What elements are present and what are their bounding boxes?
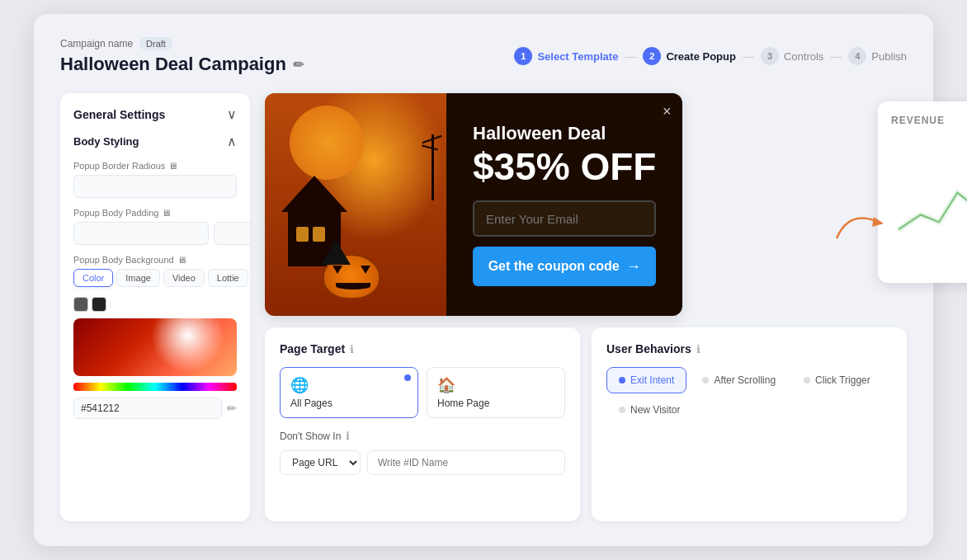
steps-nav: 1 Select Template — 2 Create Popup — 3 C… <box>514 47 907 65</box>
all-pages-tab[interactable]: 🌐 All Pages <box>280 367 418 418</box>
new-visitor-label: New Visitor <box>630 404 680 416</box>
popup-left-image <box>265 93 446 316</box>
arrow-decoration <box>833 205 890 250</box>
all-pages-label: All Pages <box>290 398 333 409</box>
padding-input-2[interactable] <box>214 222 250 245</box>
campaign-title: Halloween Deal Campaign ✏ <box>60 54 514 75</box>
step-4[interactable]: 4 Publish <box>848 47 907 65</box>
exit-intent-tab[interactable]: Exit Intent <box>606 367 686 393</box>
revenue-chart <box>891 134 967 258</box>
border-radius-input[interactable] <box>73 175 237 198</box>
body-styling-chevron[interactable]: ∧ <box>227 134 237 149</box>
swatch-dark[interactable] <box>73 297 88 312</box>
all-pages-dot <box>404 374 411 381</box>
home-page-label: Home Page <box>437 398 489 409</box>
after-scrolling-tab[interactable]: After Scrolling <box>690 367 788 393</box>
monitor-icon-1: 🖥 <box>168 161 177 171</box>
page-target-info-icon: ℹ <box>350 343 354 355</box>
header: Campaign name Draft Halloween Deal Campa… <box>60 37 907 75</box>
step-3-label: Controls <box>784 50 823 63</box>
revenue-card: REVENUE <box>878 101 967 283</box>
step-1[interactable]: 1 Select Template <box>514 47 618 65</box>
home-page-tab[interactable]: 🏠 Home Page <box>427 367 565 418</box>
hex-input[interactable] <box>73 398 222 419</box>
body-styling-title: Body Styling <box>73 135 139 148</box>
step-2[interactable]: 2 Create Popup <box>643 47 736 65</box>
campaign-info: Campaign name Draft Halloween Deal Campa… <box>60 37 514 75</box>
hex-edit-icon[interactable]: ✏ <box>227 402 237 415</box>
exit-intent-label: Exit Intent <box>630 374 674 386</box>
popup-email-input[interactable] <box>473 200 656 237</box>
tab-video[interactable]: Video <box>163 269 205 287</box>
general-settings-chevron[interactable]: ∨ <box>227 106 237 122</box>
step-1-label: Select Template <box>537 50 618 63</box>
edit-icon[interactable]: ✏ <box>293 57 304 73</box>
bg-tab-group: Color Image Video Lottie <box>73 269 237 287</box>
window-1 <box>296 227 309 242</box>
step-3[interactable]: 3 Controls <box>761 47 823 65</box>
page-target-card: Page Target ℹ 🌐 All Pages 🏠 Home Page <box>265 327 580 521</box>
page-target-title-row: Page Target ℹ <box>280 342 565 355</box>
monitor-icon-2: 🖥 <box>162 208 171 218</box>
campaign-label-text: Campaign name <box>60 38 133 49</box>
tab-image[interactable]: Image <box>116 269 160 287</box>
moon <box>290 106 364 180</box>
hex-row: ✏ <box>73 398 237 419</box>
tab-color[interactable]: Color <box>73 269 113 287</box>
body-bg-label: Popup Body Background 🖥 <box>73 255 237 265</box>
click-trigger-dot <box>804 377 810 384</box>
home-icon: 🏠 <box>437 376 455 394</box>
new-visitor-dot <box>619 407 625 413</box>
general-settings-header: General Settings ∨ <box>73 106 237 122</box>
halloween-scene <box>265 93 446 316</box>
cta-label: Get the coupon code <box>488 259 620 274</box>
draft-badge: Draft <box>139 37 172 50</box>
monitor-icon-3: 🖥 <box>177 255 186 265</box>
hue-bar[interactable] <box>73 383 237 391</box>
filter-select[interactable]: Page URL <box>280 450 361 475</box>
popup-title: Halloween Deal <box>473 123 656 144</box>
main-area: × Halloween Deal $35% OFF Get the coupon… <box>265 93 907 521</box>
pumpkin-eye-1 <box>333 266 342 274</box>
swatch-black[interactable] <box>92 297 106 312</box>
padding-input-1[interactable] <box>73 222 209 245</box>
pumpkin-mouth <box>336 283 370 289</box>
click-trigger-label: Click Trigger <box>815 374 870 386</box>
user-behaviors-card: User Behaviors ℹ Exit Intent After Scrol… <box>592 327 907 521</box>
color-swatches <box>73 297 237 312</box>
dont-show-info-icon: ℹ <box>346 430 350 442</box>
color-picker[interactable] <box>73 318 237 376</box>
popup-cta-button[interactable]: Get the coupon code → <box>473 247 656 286</box>
popup-preview: × Halloween Deal $35% OFF Get the coupon… <box>265 93 682 316</box>
bottom-row: Page Target ℹ 🌐 All Pages 🏠 Home Page <box>265 327 907 521</box>
step-2-num: 2 <box>643 47 661 65</box>
pumpkin-eye-2 <box>361 266 370 274</box>
popup-discount: $35% OFF <box>473 148 656 186</box>
revenue-title: REVENUE <box>891 115 967 126</box>
main-container: Campaign name Draft Halloween Deal Campa… <box>34 14 933 546</box>
new-visitor-tab[interactable]: New Visitor <box>606 397 692 423</box>
tree-trunk <box>432 134 434 200</box>
filter-input[interactable] <box>367 450 565 475</box>
user-behaviors-title-row: User Behaviors ℹ <box>606 342 892 355</box>
arrow-right-icon: → <box>626 258 641 275</box>
witch-hat <box>321 240 351 265</box>
campaign-label-row: Campaign name Draft <box>60 37 514 50</box>
filter-row: Page URL <box>280 450 565 475</box>
tab-lottie[interactable]: Lottie <box>208 269 248 287</box>
sidebar: General Settings ∨ Body Styling ∧ Popup … <box>60 93 250 521</box>
globe-icon: 🌐 <box>290 376 309 394</box>
popup-right: × Halloween Deal $35% OFF Get the coupon… <box>446 93 682 316</box>
general-settings-title: General Settings <box>73 108 165 121</box>
body-padding-label: Popup Body Padding 🖥 <box>73 208 237 218</box>
step-3-num: 3 <box>761 47 779 65</box>
step-2-label: Create Popup <box>666 50 736 63</box>
border-radius-label: Popup Border Radious 🖥 <box>73 161 237 171</box>
body-padding-inputs <box>73 222 237 245</box>
popup-wrapper: × Halloween Deal $35% OFF Get the coupon… <box>265 93 907 316</box>
click-trigger-tab[interactable]: Click Trigger <box>791 367 883 393</box>
close-button[interactable]: × <box>663 103 672 120</box>
dont-show-row: Don't Show In ℹ <box>280 430 565 442</box>
branch-2 <box>422 144 438 150</box>
body-styling-header: Body Styling ∧ <box>73 134 237 149</box>
